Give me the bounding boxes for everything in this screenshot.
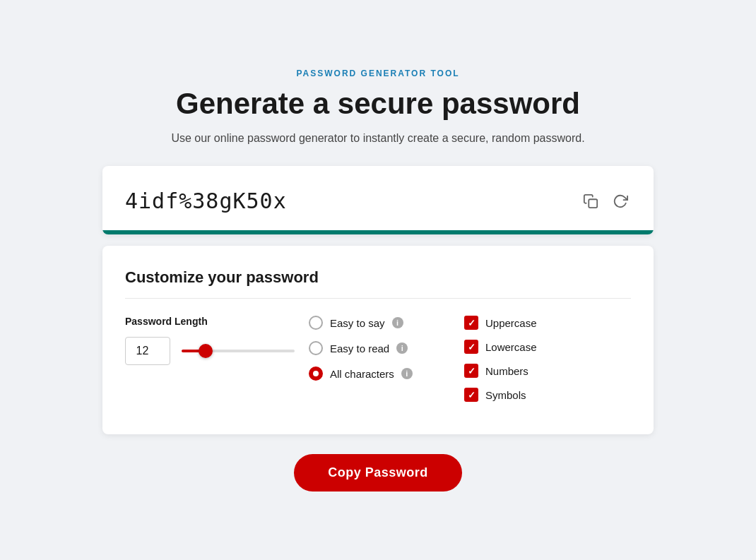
checkbox-option-numbers[interactable]: ✓ Numbers	[464, 364, 631, 378]
checkbox-label-symbols: Symbols	[485, 389, 526, 401]
radio-label-easy-to-say: Easy to say	[330, 317, 385, 329]
info-icon-easy-to-say[interactable]: i	[392, 317, 403, 328]
checkbox-section: ✓ Uppercase ✓ Lowercase ✓ Numbers	[450, 316, 631, 412]
length-slider[interactable]	[182, 350, 295, 352]
tool-label: PASSWORD GENERATOR TOOL	[296, 68, 459, 78]
password-actions	[580, 191, 631, 212]
copy-password-button[interactable]: Copy Password	[294, 454, 462, 492]
length-input-row	[125, 337, 295, 365]
checkbox-box-lowercase: ✓	[464, 340, 478, 354]
checkmark-uppercase: ✓	[468, 318, 476, 328]
radio-label-easy-to-read: Easy to read	[330, 342, 389, 355]
info-icon-easy-to-read[interactable]: i	[396, 342, 408, 354]
customize-title: Customize your password	[125, 268, 631, 299]
password-display-card: 4idf%38gK50x	[102, 166, 654, 234]
radio-option-easy-to-say[interactable]: Easy to say i	[309, 316, 450, 330]
radio-circle-all-characters	[309, 367, 323, 381]
radio-circle-easy-to-say	[309, 316, 323, 330]
length-input[interactable]	[125, 337, 170, 365]
page-wrapper: PASSWORD GENERATOR TOOL Generate a secur…	[0, 40, 756, 520]
copy-icon-button[interactable]	[580, 191, 601, 212]
copy-icon	[583, 193, 598, 209]
checkmark-symbols: ✓	[468, 390, 476, 400]
refresh-icon	[613, 193, 628, 209]
info-icon-all-characters[interactable]: i	[401, 368, 413, 379]
svg-rect-0	[589, 199, 597, 208]
radio-circle-easy-to-read	[309, 341, 323, 355]
radio-option-all-characters[interactable]: All characters i	[309, 367, 450, 381]
generated-password: 4idf%38gK50x	[125, 189, 287, 213]
checkbox-option-lowercase[interactable]: ✓ Lowercase	[464, 340, 631, 354]
password-row: 4idf%38gK50x	[125, 189, 631, 213]
checkmark-numbers: ✓	[468, 366, 476, 376]
radio-label-all-characters: All characters	[330, 368, 394, 380]
checkbox-option-uppercase[interactable]: ✓ Uppercase	[464, 316, 631, 330]
checkbox-option-symbols[interactable]: ✓ Symbols	[464, 388, 631, 402]
checkbox-box-uppercase: ✓	[464, 316, 478, 330]
customize-card: Customize your password Password Length …	[102, 246, 654, 434]
strength-bar	[102, 230, 654, 234]
main-title: Generate a secure password	[176, 87, 580, 121]
checkbox-box-numbers: ✓	[464, 364, 478, 378]
checkbox-box-symbols: ✓	[464, 388, 478, 402]
checkbox-label-numbers: Numbers	[485, 365, 528, 377]
radio-section: Easy to say i Easy to read i All charact…	[295, 316, 450, 392]
options-row: Password Length Easy to say i Eas	[125, 316, 631, 412]
length-section: Password Length	[125, 316, 295, 365]
length-label: Password Length	[125, 316, 295, 327]
checkbox-label-uppercase: Uppercase	[485, 317, 537, 329]
refresh-icon-button[interactable]	[610, 191, 631, 212]
checkmark-lowercase: ✓	[468, 342, 476, 352]
subtitle: Use our online password generator to ins…	[171, 132, 584, 145]
checkbox-label-lowercase: Lowercase	[485, 341, 537, 353]
radio-option-easy-to-read[interactable]: Easy to read i	[309, 341, 450, 355]
